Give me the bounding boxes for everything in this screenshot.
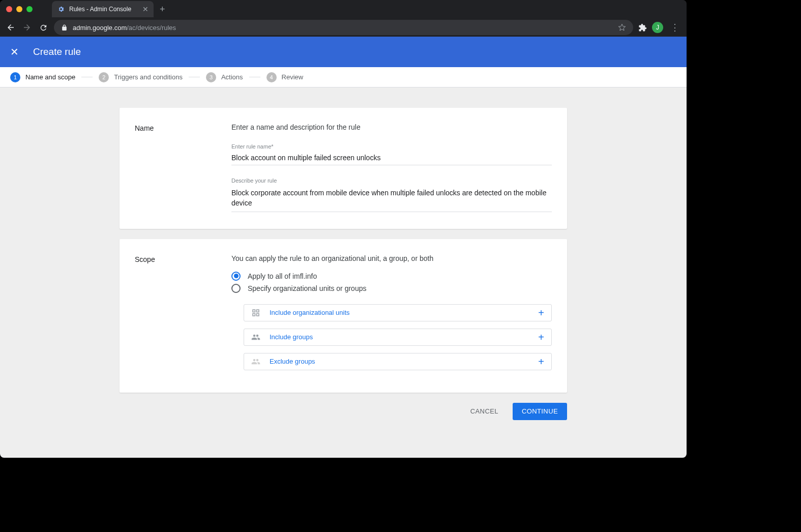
step-divider xyxy=(81,77,93,77)
rule-name-label: Enter rule name* xyxy=(231,143,552,150)
lock-icon xyxy=(61,24,68,31)
step-label: Actions xyxy=(221,73,243,81)
action-bar: CANCEL CONTINUE xyxy=(120,403,567,420)
close-icon[interactable]: ✕ xyxy=(10,46,19,58)
include-groups-row[interactable]: Include groups + xyxy=(244,329,552,346)
continue-button[interactable]: CONTINUE xyxy=(513,403,567,420)
group-icon xyxy=(251,333,260,342)
reload-button[interactable] xyxy=(38,23,49,32)
bookmark-star-icon[interactable] xyxy=(618,23,626,32)
profile-avatar[interactable]: J xyxy=(652,22,663,33)
group-icon xyxy=(251,357,260,366)
step-label: Triggers and conditions xyxy=(114,73,183,81)
url-host: admin.google.com xyxy=(73,24,127,32)
plus-icon[interactable]: + xyxy=(538,308,544,318)
stepper: 1 Name and scope 2 Triggers and conditio… xyxy=(0,67,687,87)
rule-desc-label: Describe your rule xyxy=(231,178,552,184)
step-review[interactable]: 4 Review xyxy=(266,72,304,82)
avatar-initial: J xyxy=(656,24,659,31)
plus-icon[interactable]: + xyxy=(538,332,544,342)
favicon-icon xyxy=(57,5,65,13)
radio-apply-all[interactable]: Apply to all of imfl.info xyxy=(231,272,552,281)
radio-icon xyxy=(231,284,241,293)
page-title: Create rule xyxy=(33,46,81,57)
step-divider xyxy=(249,77,260,77)
extensions-icon[interactable] xyxy=(638,23,647,32)
step-number: 2 xyxy=(99,72,109,82)
scope-card: Scope You can apply the rule to an organ… xyxy=(120,239,567,393)
radio-specify[interactable]: Specify organizational units or groups xyxy=(231,284,552,293)
scope-hint: You can apply the rule to an organizatio… xyxy=(231,254,552,262)
chip-label: Include groups xyxy=(270,333,313,341)
step-divider xyxy=(189,77,200,77)
browser-menu-icon[interactable]: ⋮ xyxy=(668,22,681,33)
page-viewport: ✕ Create rule 1 Name and scope 2 Trigger… xyxy=(0,37,687,458)
macos-close-dot[interactable] xyxy=(6,6,12,12)
card-heading: Scope xyxy=(135,254,231,377)
exclude-groups-row[interactable]: Exclude groups + xyxy=(244,353,552,370)
step-name-scope[interactable]: 1 Name and scope xyxy=(10,72,75,82)
step-number: 3 xyxy=(206,72,216,82)
step-label: Name and scope xyxy=(25,73,75,81)
step-actions[interactable]: 3 Actions xyxy=(206,72,243,82)
scroll-area[interactable]: Name Enter a name and description for th… xyxy=(0,87,687,458)
name-card: Name Enter a name and description for th… xyxy=(120,108,567,229)
plus-icon[interactable]: + xyxy=(538,357,544,367)
browser-window: Rules - Admin Console ✕ + admin.google.c… xyxy=(0,0,687,458)
app-bar: ✕ Create rule xyxy=(0,37,687,67)
step-triggers[interactable]: 2 Triggers and conditions xyxy=(99,72,183,82)
card-heading: Name xyxy=(135,123,231,214)
step-label: Review xyxy=(282,73,304,81)
tab-title: Rules - Admin Console xyxy=(69,6,131,13)
browser-toolbar: admin.google.com /ac/devices/rules J ⋮ xyxy=(0,18,687,37)
window-controls: Rules - Admin Console ✕ + xyxy=(0,0,687,18)
chip-label: Include organizational units xyxy=(270,309,350,316)
chip-label: Exclude groups xyxy=(270,358,315,365)
radio-icon xyxy=(231,272,241,281)
step-number: 1 xyxy=(10,72,20,82)
cancel-button[interactable]: CANCEL xyxy=(461,403,508,420)
include-org-units-row[interactable]: Include organizational units + xyxy=(244,304,552,321)
radio-label: Apply to all of imfl.info xyxy=(248,272,317,280)
new-tab-button[interactable]: + xyxy=(160,4,165,15)
back-button[interactable] xyxy=(5,23,16,32)
org-unit-icon xyxy=(251,308,260,317)
step-number: 4 xyxy=(266,72,277,82)
address-bar[interactable]: admin.google.com /ac/devices/rules xyxy=(54,20,633,35)
browser-tab[interactable]: Rules - Admin Console ✕ xyxy=(52,1,154,17)
name-hint: Enter a name and description for the rul… xyxy=(231,123,552,131)
macos-zoom-dot[interactable] xyxy=(26,6,33,12)
tab-close-icon[interactable]: ✕ xyxy=(138,5,149,13)
rule-name-input[interactable] xyxy=(231,152,552,165)
tab-strip: Rules - Admin Console ✕ + xyxy=(52,0,165,18)
url-path: /ac/devices/rules xyxy=(127,24,176,32)
forward-button[interactable] xyxy=(21,23,33,32)
radio-label: Specify organizational units or groups xyxy=(248,284,366,292)
macos-minimize-dot[interactable] xyxy=(16,6,22,12)
rule-desc-input[interactable] xyxy=(231,186,552,212)
